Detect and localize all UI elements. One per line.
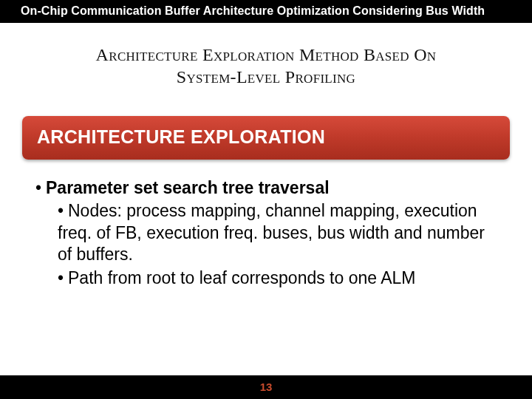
list-item: •Path from root to leaf corresponds to o… bbox=[58, 267, 497, 289]
slide-subtitle: Architecture Exploration Method Based On… bbox=[30, 44, 502, 88]
bullet-sub-text: Nodes: process mapping, channel mapping,… bbox=[58, 201, 485, 264]
bullet-main-text: Parameter set search tree traversal bbox=[46, 178, 330, 197]
slide-header-title: On-Chip Communication Buffer Architectur… bbox=[21, 4, 485, 17]
bullet-icon: • bbox=[58, 267, 68, 289]
page-number: 13 bbox=[260, 381, 273, 393]
bullet-icon: • bbox=[35, 177, 46, 199]
subtitle-line-2: System-Level Profiling bbox=[30, 66, 502, 88]
bullet-sub-text: Path from root to leaf corresponds to on… bbox=[68, 268, 415, 287]
bullet-sublist: •Nodes: process mapping, channel mapping… bbox=[35, 200, 497, 289]
section-heading-text: ARCHITECTURE EXPLORATION bbox=[37, 126, 495, 148]
bullet-icon: • bbox=[58, 200, 68, 222]
subtitle-line-1: Architecture Exploration Method Based On bbox=[30, 44, 502, 66]
slide-header: On-Chip Communication Buffer Architectur… bbox=[0, 0, 532, 23]
bullet-list: •Parameter set search tree traversal •No… bbox=[35, 177, 497, 289]
slide-footer: 13 bbox=[0, 375, 532, 399]
slide-body: •Parameter set search tree traversal •No… bbox=[35, 177, 497, 289]
section-heading-box: ARCHITECTURE EXPLORATION bbox=[22, 116, 510, 160]
list-item: •Nodes: process mapping, channel mapping… bbox=[58, 200, 497, 265]
list-item: •Parameter set search tree traversal •No… bbox=[35, 177, 497, 289]
